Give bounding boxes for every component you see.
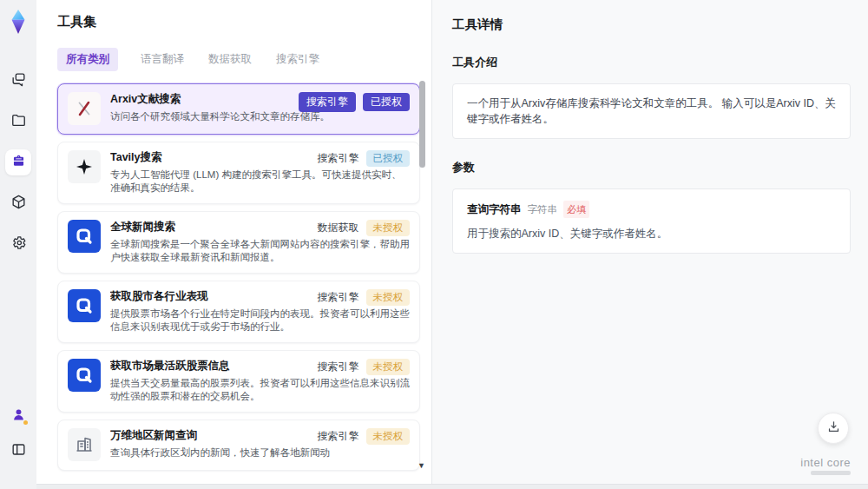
building-icon bbox=[68, 428, 101, 461]
sidebar-item-collapse[interactable] bbox=[5, 438, 31, 464]
cube-icon bbox=[10, 194, 27, 214]
intro-heading: 工具介绍 bbox=[452, 55, 851, 70]
param-box: 查询字符串 字符串 必填 用于搜索的Arxiv ID、关键字或作者姓名。 bbox=[452, 188, 851, 254]
tool-category-label: 搜索引擎 bbox=[318, 290, 359, 305]
news-q-icon bbox=[68, 220, 101, 253]
tool-category-label: 搜索引擎 bbox=[318, 429, 359, 444]
download-button[interactable] bbox=[818, 413, 849, 444]
tool-card[interactable]: Arxiv文献搜索 访问各个研究领域大量科学论文和文章的存储库。 搜索引擎 已授… bbox=[57, 83, 420, 135]
scrollbar-thumb[interactable] bbox=[419, 81, 425, 168]
tool-auth-badge: 已授权 bbox=[363, 93, 410, 111]
tool-description: 访问各个研究领域大量科学论文和文章的存储库。 bbox=[110, 110, 410, 123]
tool-category-label: 搜索引擎 bbox=[299, 92, 356, 112]
tool-detail-panel: 工具详情 工具介绍 一个用于从Arxiv存储库搜索科学论文和文章的工具。 输入可… bbox=[432, 0, 868, 484]
intro-text: 一个用于从Arxiv存储库搜索科学论文和文章的工具。 输入可以是Arxiv ID… bbox=[467, 97, 836, 125]
intel-logo-subline bbox=[811, 471, 851, 475]
toolbox-briefcase-icon bbox=[10, 153, 27, 173]
sidebar-item-files[interactable] bbox=[5, 109, 31, 135]
params-heading: 参数 bbox=[452, 160, 851, 175]
news-q-icon bbox=[68, 359, 101, 392]
tab-所有类别[interactable]: 所有类别 bbox=[57, 48, 118, 71]
arxiv-logo-icon bbox=[68, 92, 101, 125]
tool-description: 全球新闻搜索是一个聚合全球各大新闻网站内容的搜索引擎，帮助用户快速获取全球最新资… bbox=[110, 238, 410, 264]
tool-category-label: 搜索引擎 bbox=[318, 151, 359, 166]
category-tabs: 所有类别语言翻译数据获取搜索引擎 bbox=[57, 48, 419, 71]
tool-auth-badge: 已授权 bbox=[366, 150, 411, 167]
folder-icon bbox=[10, 112, 27, 132]
panel-collapse-icon bbox=[10, 441, 27, 461]
tab-语言翻译[interactable]: 语言翻译 bbox=[139, 48, 186, 71]
news-q-icon bbox=[68, 289, 101, 322]
tool-list-panel: 工具集 所有类别语言翻译数据获取搜索引擎 Arxiv文献搜索 访问各个研究领域大… bbox=[36, 0, 432, 484]
tool-category-label: 数据获取 bbox=[318, 221, 359, 235]
tool-auth-badge: 未授权 bbox=[366, 220, 411, 236]
sidebar-item-tools[interactable] bbox=[5, 149, 31, 175]
window-bottom-edge bbox=[0, 484, 868, 489]
gear-icon bbox=[10, 235, 27, 254]
tool-card[interactable]: 获取市场最活跃股票信息 提供当天交易量最高的股票列表。投资者可以利用这些信息来识… bbox=[57, 350, 420, 413]
list-scrollbar[interactable]: ▼ bbox=[419, 78, 426, 472]
tool-list: Arxiv文献搜索 访问各个研究领域大量科学论文和文章的存储库。 搜索引擎 已授… bbox=[57, 83, 420, 471]
param-description: 用于搜索的Arxiv ID、关键字或作者姓名。 bbox=[467, 226, 836, 241]
app-logo-gem-icon bbox=[6, 9, 30, 35]
sidebar-item-packages[interactable] bbox=[5, 190, 31, 216]
status-dot bbox=[23, 420, 28, 425]
param-name: 查询字符串 bbox=[467, 202, 522, 217]
tab-搜索引擎[interactable]: 搜索引擎 bbox=[274, 48, 321, 71]
tool-description: 提供股票市场各个行业在特定时间段内的表现。投资者可以利用这些信息来识别表现优于或… bbox=[110, 307, 410, 334]
tool-auth-badge: 未授权 bbox=[366, 428, 411, 445]
intel-core-logo: intel core bbox=[800, 456, 851, 475]
tool-description: 查询具体行政区划内的新闻，快速了解各地新闻动 bbox=[110, 446, 410, 459]
page-title: 工具集 bbox=[57, 14, 419, 30]
tool-description: 提供当天交易量最高的股票列表。投资者可以利用这些信息来识别流动性强的股票和潜在的… bbox=[110, 377, 410, 403]
tool-card[interactable]: 全球新闻搜索 全球新闻搜索是一个聚合全球各大新闻网站内容的搜索引擎，帮助用户快速… bbox=[57, 211, 420, 274]
download-icon bbox=[826, 420, 841, 438]
chat-icon bbox=[10, 71, 27, 91]
param-type: 字符串 bbox=[528, 202, 558, 217]
tool-card[interactable]: Tavily搜索 专为人工智能代理 (LLM) 构建的搜索引擎工具。可快速提供实… bbox=[57, 142, 420, 204]
tool-auth-badge: 未授权 bbox=[366, 289, 411, 306]
intro-box: 一个用于从Arxiv存储库搜索科学论文和文章的工具。 输入可以是Arxiv ID… bbox=[452, 83, 851, 139]
sidebar-item-settings[interactable] bbox=[5, 231, 31, 257]
tool-card[interactable]: 万维地区新闻查询 查询具体行政区划内的新闻，快速了解各地新闻动 搜索引擎 未授权 bbox=[57, 420, 420, 471]
tab-数据获取[interactable]: 数据获取 bbox=[207, 48, 253, 71]
tool-category-label: 搜索引擎 bbox=[318, 360, 359, 374]
tool-card[interactable]: 获取股市各行业表现 提供股票市场各个行业在特定时间段内的表现。投资者可以利用这些… bbox=[57, 281, 420, 343]
detail-title: 工具详情 bbox=[452, 17, 851, 33]
app-rail bbox=[0, 0, 36, 489]
sparkle-star-icon bbox=[68, 150, 101, 183]
tool-description: 专为人工智能代理 (LLM) 构建的搜索引擎工具。可快速提供实时、准确和真实的结… bbox=[110, 169, 410, 195]
scrollbar-down-arrow-icon[interactable]: ▼ bbox=[418, 462, 425, 470]
tool-auth-badge: 未授权 bbox=[366, 359, 411, 375]
param-required-badge: 必填 bbox=[563, 201, 589, 218]
intel-core-logo-text: intel core bbox=[800, 456, 851, 469]
sidebar-item-account[interactable] bbox=[5, 403, 31, 429]
sidebar-item-chat[interactable] bbox=[5, 68, 31, 94]
